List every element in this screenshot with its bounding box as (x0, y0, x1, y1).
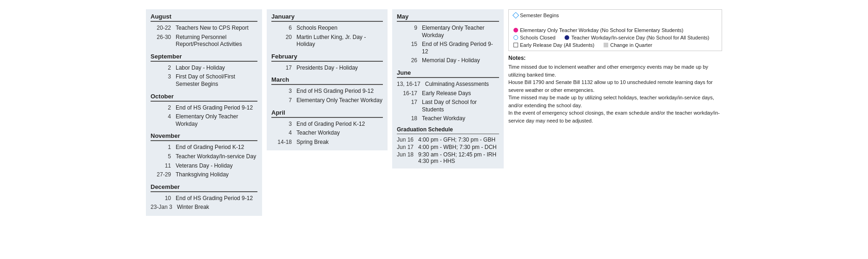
event-text: End of HS Grading Period 9-12 (176, 104, 253, 112)
event-row: 17Last Day of School for Students (397, 98, 499, 114)
event-row: 15End of HS Grading Period 9-12 (397, 40, 499, 56)
event-text: Schools Reopen (296, 25, 337, 32)
event-date: 1 (151, 144, 173, 150)
event-date: 26 (397, 57, 419, 64)
middle-panel: January6Schools Reopen20Martin Luther Ki… (267, 9, 388, 150)
event-date: 14-18 (271, 139, 294, 145)
grad-event: 4:00 pm - WBH; 7:30 pm - DCH (418, 144, 497, 150)
legend-label-change-quarter: Change in Quarter (610, 42, 652, 48)
event-row: 27-29Thanksgiving Holiday (151, 170, 257, 180)
event-date: 2 (151, 104, 173, 111)
legend-box: Semester Begins Elementary Only Teacher … (508, 9, 722, 51)
square-gray-icon (604, 43, 608, 47)
graduation-title: Graduation Schedule (397, 126, 499, 134)
month-header-december: December (151, 183, 257, 192)
notes-line-4: In the event of emergency school closing… (508, 109, 722, 124)
event-date: 23-Jan 3 (151, 204, 174, 210)
event-text: End of HS Grading Period 9-12 (176, 195, 253, 202)
event-row: 18Teacher Workday (397, 114, 499, 123)
grad-event: 4:00 pm - GFH; 7:30 pm - GBH (418, 136, 495, 143)
event-row: 14-18Spring Break (271, 138, 383, 147)
event-text: Thanksgiving Holiday (176, 171, 229, 179)
event-text: Teachers New to CPS Report (176, 25, 249, 32)
legend-row-3: Early Release Day (All Students) Change … (513, 42, 717, 48)
left-panel: August20-22Teachers New to CPS Report26-… (146, 9, 262, 216)
event-row: 23-Jan 3Winter Break (151, 203, 257, 212)
event-row: 11Veterans Day - Holiday (151, 162, 257, 171)
diamond-icon (513, 12, 519, 19)
event-date: 17 (271, 65, 294, 71)
event-text: Returning Personnel Report/Preschool Act… (176, 34, 257, 48)
circle-outline-icon (513, 35, 518, 40)
event-row: 13, 16-17Culminating Assessments (397, 80, 499, 89)
grad-date: Jun 18 (397, 151, 415, 164)
month-header-june: June (397, 69, 499, 78)
event-text: Presidents Day - Holiday (296, 65, 358, 72)
legend-label-teacher-workday: Teacher Workday/In-service Day (No Schoo… (571, 35, 709, 40)
notes-line-3: Time missed may be made up by utilizing … (508, 94, 722, 109)
event-row: 26Memorial Day - Holiday (397, 56, 499, 65)
notes-line-2: House Bill 1790 and Senate Bill 1132 all… (508, 78, 722, 94)
event-text: First Day of School/First Semester Begin… (176, 73, 257, 88)
event-date: 13, 16-17 (397, 81, 422, 87)
event-date: 20 (271, 34, 294, 40)
event-row: 2End of HS Grading Period 9-12 (151, 104, 257, 113)
event-text: Teacher Workday (296, 130, 340, 137)
right-panel: May9Elementary Only Teacher Workday15End… (392, 9, 504, 168)
event-date: 10 (151, 195, 173, 201)
month-header-january: January (271, 13, 383, 22)
event-date: 3 (151, 73, 173, 80)
event-row: 17Presidents Day - Holiday (271, 64, 383, 73)
event-row: 20-22Teachers New to CPS Report (151, 24, 257, 33)
event-text: Memorial Day - Holiday (422, 57, 480, 65)
month-header-may: May (397, 13, 499, 22)
event-date: 20-22 (151, 25, 173, 31)
legend-label-elementary: Elementary Only Teacher Workday (No Scho… (520, 27, 684, 33)
graduation-section: Graduation ScheduleJun 164:00 pm - GFH; … (397, 126, 499, 165)
event-row: 5Teacher Workday/In-service Day (151, 152, 257, 162)
event-row: 7Elementary Only Teacher Workday (271, 96, 383, 105)
event-text: End of Grading Period K-12 (296, 121, 365, 128)
notes-box: Notes: Time missed due to inclement weat… (508, 54, 722, 124)
legend-item-schools-closed: Schools Closed (513, 35, 555, 40)
event-text: Culminating Assessments (425, 81, 489, 88)
event-date: 11 (151, 162, 173, 169)
event-text: Elementary Only Teacher Workday (176, 113, 257, 128)
event-text: End of HS Grading Period 9-12 (422, 41, 499, 55)
legend-row-1: Semester Begins Elementary Only Teacher … (513, 13, 717, 33)
month-header-august: August (151, 13, 257, 22)
event-row: 3End of Grading Period K-12 (271, 120, 383, 129)
event-row: 9Elementary Only Teacher Workday (397, 24, 499, 40)
notes-line-1: Time missed due to inclement weather and… (508, 63, 722, 78)
legend-item-early-release: Early Release Day (All Students) (513, 42, 594, 48)
event-text: Martin Luther King, Jr. Day - Holiday (296, 34, 383, 48)
month-header-september: September (151, 53, 257, 62)
event-text: Elementary Only Teacher Workday (296, 97, 382, 104)
page-container: August20-22Teachers New to CPS Report26-… (5, 5, 863, 220)
graduation-row: Jun 189:30 am - OSH; 12:45 pm - IRH 4:30… (397, 151, 499, 165)
event-text: Veterans Day - Holiday (176, 162, 233, 170)
event-date: 3 (271, 88, 294, 94)
graduation-row: Jun 174:00 pm - WBH; 7:30 pm - DCH (397, 143, 499, 151)
event-date: 4 (271, 130, 294, 136)
legend-item-change-quarter: Change in Quarter (604, 42, 652, 48)
event-row: 10End of HS Grading Period 9-12 (151, 194, 257, 203)
event-date: 7 (271, 97, 294, 104)
legend-label-early-release: Early Release Day (All Students) (520, 42, 594, 48)
event-date: 26-30 (151, 34, 173, 40)
grad-date: Jun 17 (397, 144, 415, 150)
event-date: 18 (397, 115, 419, 122)
event-row: 4Teacher Workday (271, 129, 383, 138)
event-row: 20Martin Luther King, Jr. Day - Holiday (271, 33, 383, 49)
event-date: 4 (151, 113, 173, 120)
month-header-november: November (151, 132, 257, 141)
circle-dark-icon (565, 35, 569, 40)
legend-notes-section: Semester Begins Elementary Only Teacher … (508, 9, 722, 124)
event-row: 3First Day of School/First Semester Begi… (151, 72, 257, 89)
event-date: 6 (271, 25, 294, 31)
legend-item-teacher-workday: Teacher Workday/In-service Day (No Schoo… (565, 35, 709, 40)
event-date: 2 (151, 65, 173, 71)
legend-label-schools-closed: Schools Closed (520, 35, 555, 40)
legend-row-2: Schools Closed Teacher Workday/In-servic… (513, 35, 717, 40)
month-header-april: April (271, 109, 383, 118)
